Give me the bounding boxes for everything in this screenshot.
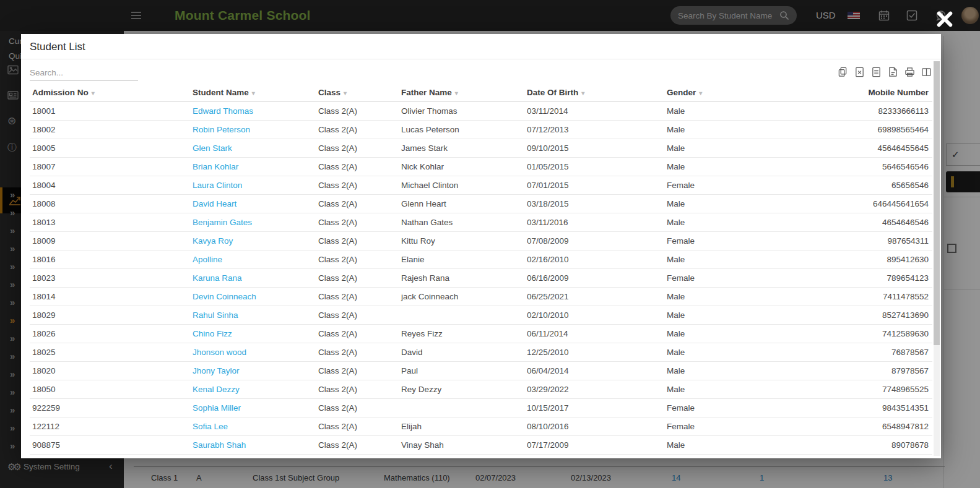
student-name-cell[interactable]: Jhony Taylor (190, 362, 316, 380)
student-name-cell[interactable]: Jhonson wood (190, 343, 316, 362)
gender-cell: Male (664, 288, 813, 306)
modal-header: Student List (21, 34, 941, 59)
scrollbar-thumb[interactable] (934, 61, 940, 345)
student-name-link[interactable]: Devin Coinneach (193, 292, 256, 301)
table-row: 922259Sophia MillerClass 2(A)10/15/2017F… (30, 399, 932, 417)
student-name-cell[interactable]: Chino Fizz (190, 325, 316, 343)
table-row: 18025Jhonson woodClass 2(A)David12/25/20… (30, 343, 932, 362)
pdf-export-icon[interactable] (887, 66, 899, 78)
student-name-link[interactable]: Laura Clinton (193, 181, 242, 190)
table-row: 18007Brian KohlarClass 2(A)Nick Kohlar01… (30, 158, 932, 176)
student-name-cell[interactable]: Sofia Lee (190, 417, 316, 436)
close-icon[interactable] (936, 11, 953, 28)
student-name-cell[interactable]: Kavya Roy (190, 232, 316, 250)
student-name-link[interactable]: Jhonson wood (193, 348, 246, 357)
student-name-cell[interactable]: Glen Stark (190, 139, 316, 158)
mobile-number-cell: 646445641654 (813, 195, 932, 213)
class-cell: Class 2(A) (316, 139, 399, 158)
column-header-gender[interactable]: Gender (664, 83, 813, 102)
student-name-cell[interactable]: Saurabh Shah (190, 436, 316, 455)
class-cell: Class 2(A) (316, 176, 399, 195)
column-header-class[interactable]: Class (316, 83, 399, 102)
admission-no-cell: 908875 (30, 436, 190, 455)
dob-cell: 07/01/2015 (524, 176, 664, 195)
student-name-cell[interactable]: Benjamin Gates (190, 213, 316, 232)
table-row: 18016ApollineClass 2(A)Elanie02/16/2010M… (30, 250, 932, 269)
student-name-link[interactable]: Edward Thomas (193, 106, 253, 116)
mobile-number-cell: 5646546546 (813, 158, 932, 176)
column-header-student-name[interactable]: Student Name (190, 83, 316, 102)
print-icon[interactable] (904, 66, 916, 78)
student-name-link[interactable]: Brian Kohlar (193, 162, 238, 171)
class-cell: Class 2(A) (316, 399, 399, 417)
student-name-link[interactable]: David Heart (193, 199, 236, 208)
gender-cell: Male (664, 436, 813, 455)
student-name-cell[interactable]: Kenal Dezzy (190, 380, 316, 399)
class-cell: Class 2(A) (316, 362, 399, 380)
student-name-link[interactable]: Rahul Sinha (193, 310, 238, 320)
student-name-link[interactable]: Benjamin Gates (193, 218, 252, 227)
column-header-dob[interactable]: Date Of Birth (524, 83, 664, 102)
student-name-link[interactable]: Sofia Lee (193, 422, 228, 431)
dob-cell: 12/25/2010 (524, 343, 664, 362)
table-row: 18009Kavya RoyClass 2(A)Kittu Roy07/08/2… (30, 232, 932, 250)
admission-no-cell: 18004 (30, 176, 190, 195)
student-name-link[interactable]: Chino Fizz (193, 329, 232, 338)
student-name-link[interactable]: Jhony Taylor (193, 366, 240, 375)
student-name-link[interactable]: Robin Peterson (193, 125, 250, 134)
class-cell: Class 2(A) (316, 250, 399, 269)
mobile-number-cell: 89078678 (813, 436, 932, 455)
column-header-admission-no[interactable]: Admission No (30, 83, 190, 102)
mobile-number-cell: 4654646546 (813, 213, 932, 232)
student-name-link[interactable]: Glen Stark (193, 143, 232, 153)
student-name-cell[interactable]: Apolline (190, 250, 316, 269)
copy-icon[interactable] (837, 66, 849, 78)
student-name-link[interactable]: Kenal Dezzy (193, 385, 240, 394)
class-cell: Class 2(A) (316, 417, 399, 436)
column-visibility-icon[interactable] (921, 66, 932, 78)
student-name-cell[interactable]: Rahul Sinha (190, 306, 316, 325)
gender-cell: Female (664, 417, 813, 436)
student-name-cell[interactable]: Edward Thomas (190, 102, 316, 121)
mobile-number-cell: 65656546 (813, 176, 932, 195)
gender-cell: Male (664, 250, 813, 269)
student-name-link[interactable]: Sophia Miller (193, 403, 241, 413)
table-search-input[interactable] (30, 65, 138, 81)
csv-export-icon[interactable] (870, 66, 882, 78)
student-name-cell[interactable]: Brian Kohlar (190, 158, 316, 176)
admission-no-cell: 18029 (30, 306, 190, 325)
student-name-cell[interactable]: Sophia Miller (190, 399, 316, 417)
admission-no-cell: 18009 (30, 232, 190, 250)
student-name-cell[interactable]: Robin Peterson (190, 121, 316, 139)
class-cell: Class 2(A) (316, 436, 399, 455)
father-name-cell: Elanie (399, 250, 524, 269)
student-name-link[interactable]: Saurabh Shah (193, 440, 246, 450)
mobile-number-cell: 789654123 (813, 269, 932, 288)
student-name-cell[interactable]: Devin Coinneach (190, 288, 316, 306)
gender-cell: Male (664, 362, 813, 380)
column-header-father-name[interactable]: Father Name (399, 83, 524, 102)
student-name-cell[interactable]: David Heart (190, 195, 316, 213)
father-name-cell: James Stark (399, 139, 524, 158)
father-name-cell: Lucas Peterson (399, 121, 524, 139)
student-name-cell[interactable]: Karuna Rana (190, 269, 316, 288)
dob-cell: 09/10/2015 (524, 139, 664, 158)
dob-cell: 06/25/2021 (524, 288, 664, 306)
mobile-number-cell: 9843514351 (813, 399, 932, 417)
excel-export-icon[interactable] (854, 66, 865, 78)
table-row: 18002Robin PetersonClass 2(A)Lucas Peter… (30, 121, 932, 139)
gender-cell: Male (664, 343, 813, 362)
export-toolbar (837, 66, 932, 81)
student-name-cell[interactable]: Laura Clinton (190, 176, 316, 195)
student-name-link[interactable]: Karuna Rana (193, 273, 242, 283)
table-row: 18020Jhony TaylorClass 2(A)Paul06/04/201… (30, 362, 932, 380)
modal-scrollbar[interactable] (934, 61, 940, 456)
student-name-link[interactable]: Kavya Roy (193, 236, 233, 246)
admission-no-cell: 18013 (30, 213, 190, 232)
father-name-cell: Paul (399, 362, 524, 380)
table-row: 908875Saurabh ShahClass 2(A)Vinay Shah07… (30, 436, 932, 455)
student-name-link[interactable]: Apolline (193, 255, 222, 264)
class-cell: Class 2(A) (316, 213, 399, 232)
mobile-number-cell: 987654311 (813, 232, 932, 250)
mobile-number-cell: 45646455645 (813, 139, 932, 158)
